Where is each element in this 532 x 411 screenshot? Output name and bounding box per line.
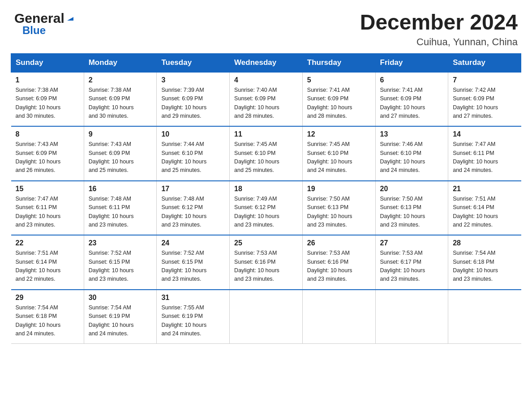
calendar-cell <box>302 290 375 344</box>
calendar-cell: 1 Sunrise: 7:38 AM Sunset: 6:09 PM Dayli… <box>11 72 84 127</box>
calendar-cell: 24 Sunrise: 7:52 AM Sunset: 6:15 PM Dayl… <box>157 235 230 290</box>
calendar-container: SundayMondayTuesdayWednesdayThursdayFrid… <box>0 53 532 355</box>
calendar-cell: 26 Sunrise: 7:53 AM Sunset: 6:16 PM Dayl… <box>302 235 375 290</box>
day-number: 16 <box>89 185 152 193</box>
day-number: 18 <box>234 185 298 193</box>
calendar-week-row: 15 Sunrise: 7:47 AM Sunset: 6:11 PM Dayl… <box>11 181 521 235</box>
calendar-cell: 20 Sunrise: 7:50 AM Sunset: 6:13 PM Dayl… <box>375 181 448 235</box>
logo-triangle-icon <box>65 13 75 24</box>
title-block: December 2024 Cuihua, Yunnan, China <box>360 11 518 48</box>
day-info: Sunrise: 7:51 AM Sunset: 6:14 PM Dayligh… <box>453 195 516 230</box>
calendar-cell <box>230 290 303 344</box>
calendar-cell: 31 Sunrise: 7:55 AM Sunset: 6:19 PM Dayl… <box>157 290 230 344</box>
calendar-cell: 18 Sunrise: 7:49 AM Sunset: 6:12 PM Dayl… <box>230 181 303 235</box>
calendar-cell: 17 Sunrise: 7:48 AM Sunset: 6:12 PM Dayl… <box>157 181 230 235</box>
day-info: Sunrise: 7:48 AM Sunset: 6:11 PM Dayligh… <box>89 195 152 230</box>
day-info: Sunrise: 7:55 AM Sunset: 6:19 PM Dayligh… <box>161 304 225 338</box>
calendar-week-row: 1 Sunrise: 7:38 AM Sunset: 6:09 PM Dayli… <box>11 72 521 127</box>
logo-general-text: General <box>14 11 64 26</box>
day-info: Sunrise: 7:51 AM Sunset: 6:14 PM Dayligh… <box>16 249 79 284</box>
day-number: 22 <box>16 239 79 247</box>
calendar-week-row: 22 Sunrise: 7:51 AM Sunset: 6:14 PM Dayl… <box>11 235 521 290</box>
calendar-cell: 5 Sunrise: 7:41 AM Sunset: 6:09 PM Dayli… <box>302 72 375 127</box>
day-info: Sunrise: 7:53 AM Sunset: 6:17 PM Dayligh… <box>380 249 444 284</box>
day-info: Sunrise: 7:44 AM Sunset: 6:10 PM Dayligh… <box>161 140 225 175</box>
day-info: Sunrise: 7:53 AM Sunset: 6:16 PM Dayligh… <box>307 249 371 284</box>
col-header-friday: Friday <box>375 53 448 72</box>
day-number: 25 <box>234 239 298 247</box>
calendar-week-row: 8 Sunrise: 7:43 AM Sunset: 6:09 PM Dayli… <box>11 126 521 181</box>
day-info: Sunrise: 7:40 AM Sunset: 6:09 PM Dayligh… <box>234 86 298 121</box>
day-info: Sunrise: 7:54 AM Sunset: 6:18 PM Dayligh… <box>453 249 516 284</box>
day-number: 13 <box>380 130 444 138</box>
calendar-cell: 29 Sunrise: 7:54 AM Sunset: 6:18 PM Dayl… <box>11 290 84 344</box>
day-number: 30 <box>89 294 152 302</box>
day-info: Sunrise: 7:49 AM Sunset: 6:12 PM Dayligh… <box>234 195 298 230</box>
day-number: 31 <box>161 294 225 302</box>
day-info: Sunrise: 7:38 AM Sunset: 6:09 PM Dayligh… <box>89 86 152 121</box>
col-header-sunday: Sunday <box>11 53 84 72</box>
page-title: December 2024 <box>360 11 518 34</box>
logo-blue-text: Blue <box>22 24 46 37</box>
calendar-cell: 14 Sunrise: 7:47 AM Sunset: 6:11 PM Dayl… <box>448 126 521 181</box>
calendar-cell: 28 Sunrise: 7:54 AM Sunset: 6:18 PM Dayl… <box>448 235 521 290</box>
day-number: 28 <box>453 239 516 247</box>
calendar-cell: 8 Sunrise: 7:43 AM Sunset: 6:09 PM Dayli… <box>11 126 84 181</box>
calendar-header-row: SundayMondayTuesdayWednesdayThursdayFrid… <box>11 53 521 72</box>
day-number: 19 <box>307 185 371 193</box>
calendar-cell: 30 Sunrise: 7:54 AM Sunset: 6:19 PM Dayl… <box>84 290 157 344</box>
day-number: 26 <box>307 239 371 247</box>
calendar-cell: 23 Sunrise: 7:52 AM Sunset: 6:15 PM Dayl… <box>84 235 157 290</box>
calendar-cell: 27 Sunrise: 7:53 AM Sunset: 6:17 PM Dayl… <box>375 235 448 290</box>
day-number: 23 <box>89 239 152 247</box>
day-info: Sunrise: 7:43 AM Sunset: 6:09 PM Dayligh… <box>89 140 152 175</box>
day-number: 20 <box>380 185 444 193</box>
calendar-cell: 2 Sunrise: 7:38 AM Sunset: 6:09 PM Dayli… <box>84 72 157 127</box>
calendar-cell: 12 Sunrise: 7:45 AM Sunset: 6:10 PM Dayl… <box>302 126 375 181</box>
day-info: Sunrise: 7:45 AM Sunset: 6:10 PM Dayligh… <box>307 140 371 175</box>
day-info: Sunrise: 7:50 AM Sunset: 6:13 PM Dayligh… <box>307 195 371 230</box>
svg-marker-0 <box>67 17 73 21</box>
calendar-cell: 25 Sunrise: 7:53 AM Sunset: 6:16 PM Dayl… <box>230 235 303 290</box>
calendar-table: SundayMondayTuesdayWednesdayThursdayFrid… <box>11 53 521 344</box>
calendar-cell: 6 Sunrise: 7:41 AM Sunset: 6:09 PM Dayli… <box>375 72 448 127</box>
calendar-cell: 16 Sunrise: 7:48 AM Sunset: 6:11 PM Dayl… <box>84 181 157 235</box>
calendar-cell: 4 Sunrise: 7:40 AM Sunset: 6:09 PM Dayli… <box>230 72 303 127</box>
day-info: Sunrise: 7:54 AM Sunset: 6:19 PM Dayligh… <box>89 304 152 338</box>
day-number: 12 <box>307 130 371 138</box>
day-info: Sunrise: 7:53 AM Sunset: 6:16 PM Dayligh… <box>234 249 298 284</box>
day-number: 15 <box>16 185 79 193</box>
day-number: 9 <box>89 130 152 138</box>
day-number: 29 <box>16 294 79 302</box>
day-number: 6 <box>380 76 444 84</box>
calendar-cell: 22 Sunrise: 7:51 AM Sunset: 6:14 PM Dayl… <box>11 235 84 290</box>
day-info: Sunrise: 7:39 AM Sunset: 6:09 PM Dayligh… <box>161 86 225 121</box>
day-info: Sunrise: 7:41 AM Sunset: 6:09 PM Dayligh… <box>307 86 371 121</box>
day-info: Sunrise: 7:43 AM Sunset: 6:09 PM Dayligh… <box>16 140 79 175</box>
day-info: Sunrise: 7:54 AM Sunset: 6:18 PM Dayligh… <box>16 304 79 338</box>
page-subtitle: Cuihua, Yunnan, China <box>360 36 518 48</box>
calendar-cell: 7 Sunrise: 7:42 AM Sunset: 6:09 PM Dayli… <box>448 72 521 127</box>
calendar-cell <box>448 290 521 344</box>
day-number: 21 <box>453 185 516 193</box>
page-header: General Blue December 2024 Cuihua, Yunna… <box>0 0 532 53</box>
day-number: 1 <box>16 76 79 84</box>
day-number: 10 <box>161 130 225 138</box>
col-header-wednesday: Wednesday <box>230 53 303 72</box>
day-number: 27 <box>380 239 444 247</box>
logo: General Blue <box>14 11 75 37</box>
col-header-thursday: Thursday <box>302 53 375 72</box>
day-info: Sunrise: 7:50 AM Sunset: 6:13 PM Dayligh… <box>380 195 444 230</box>
day-info: Sunrise: 7:47 AM Sunset: 6:11 PM Dayligh… <box>16 195 79 230</box>
day-number: 4 <box>234 76 298 84</box>
day-info: Sunrise: 7:48 AM Sunset: 6:12 PM Dayligh… <box>161 195 225 230</box>
calendar-cell: 9 Sunrise: 7:43 AM Sunset: 6:09 PM Dayli… <box>84 126 157 181</box>
day-number: 3 <box>161 76 225 84</box>
day-number: 7 <box>453 76 516 84</box>
day-info: Sunrise: 7:42 AM Sunset: 6:09 PM Dayligh… <box>453 86 516 121</box>
day-info: Sunrise: 7:47 AM Sunset: 6:11 PM Dayligh… <box>453 140 516 175</box>
day-info: Sunrise: 7:41 AM Sunset: 6:09 PM Dayligh… <box>380 86 444 121</box>
col-header-monday: Monday <box>84 53 157 72</box>
day-number: 17 <box>161 185 225 193</box>
day-number: 2 <box>89 76 152 84</box>
